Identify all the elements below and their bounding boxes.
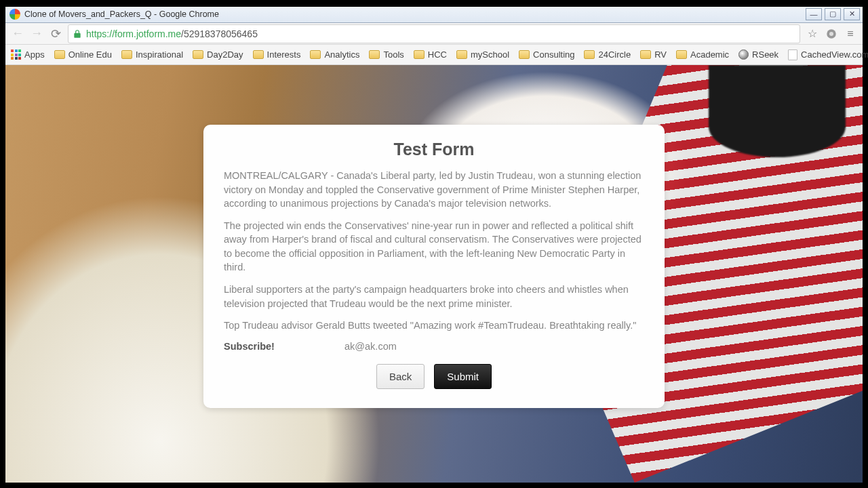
folder-icon — [676, 50, 687, 59]
bookmark-item[interactable]: Online Edu — [54, 49, 112, 60]
bookmark-label: 24Circle — [598, 49, 631, 60]
bookmark-item[interactable]: Inspirational — [121, 49, 183, 60]
bookmark-item[interactable]: Tools — [369, 49, 403, 60]
subscribe-row: Subscribe! ak@ak.com — [224, 341, 644, 352]
folder-icon — [310, 50, 321, 59]
bookmark-item[interactable]: Day2Day — [193, 49, 243, 60]
chrome-menu-icon[interactable]: ≡ — [844, 27, 857, 41]
folder-icon — [54, 50, 65, 59]
bookmark-item[interactable]: 24Circle — [584, 49, 631, 60]
subscribe-value: ak@ak.com — [344, 341, 397, 352]
bookmark-label: Inspirational — [136, 49, 183, 60]
bookmark-label: Day2Day — [207, 49, 243, 60]
browser-toolbar: ← → ⟳ https://form.jotform.me/5291837805… — [5, 23, 863, 45]
bookmark-label: Tools — [383, 49, 403, 60]
bookmarks-bar: Apps Online Edu Inspirational Day2Day In… — [5, 45, 863, 65]
subscribe-label: Subscribe! — [224, 341, 344, 352]
form-paragraph: MONTREAL/CALGARY - Canada's Liberal part… — [224, 169, 644, 211]
bookmark-item[interactable]: CachedView.com — [788, 49, 868, 60]
nav-forward-button[interactable]: → — [30, 27, 43, 41]
bookmark-label: RV — [654, 49, 667, 60]
chrome-favicon — [9, 9, 20, 20]
folder-icon — [253, 50, 264, 59]
form-title: Test Form — [224, 140, 644, 159]
bookmark-label: Online Edu — [68, 49, 112, 60]
apps-button[interactable]: Apps — [11, 49, 45, 60]
form-paragraph: The projected win ends the Conservatives… — [224, 219, 644, 274]
page-icon — [788, 49, 797, 60]
bookmark-item[interactable]: RV — [640, 49, 667, 60]
bookmark-item[interactable]: Interests — [253, 49, 301, 60]
bookmark-label: Interests — [267, 49, 301, 60]
bookmark-item[interactable]: Analytics — [310, 49, 359, 60]
apps-label: Apps — [24, 49, 45, 60]
nav-back-button[interactable]: ← — [11, 27, 24, 41]
bookmark-item[interactable]: RSeek — [738, 49, 778, 60]
folder-icon — [519, 50, 530, 59]
bookmark-item[interactable]: HCC — [414, 49, 447, 60]
bookmark-label: Analytics — [324, 49, 359, 60]
bookmark-label: Academic — [690, 49, 729, 60]
page-content: Test Form MONTREAL/CALGARY - Canada's Li… — [5, 65, 863, 483]
form-paragraph: Top Trudeau advisor Gerald Butts tweeted… — [224, 319, 644, 333]
bookmark-item[interactable]: Consulting — [519, 49, 574, 60]
folder-icon — [584, 50, 595, 59]
form-card: Test Form MONTREAL/CALGARY - Canada's Li… — [203, 125, 665, 408]
folder-icon — [193, 50, 203, 59]
window-minimize-button[interactable]: — — [806, 8, 822, 20]
folder-icon — [369, 50, 380, 59]
bookmark-label: RSeek — [752, 49, 778, 60]
folder-icon — [121, 50, 132, 59]
folder-icon — [414, 50, 425, 59]
lock-icon — [73, 29, 82, 39]
url-text: https://form.jotform.me/52918378056465 — [86, 28, 258, 39]
window-title: Clone of Movers_and_Packers_Q - Google C… — [24, 9, 219, 19]
nav-reload-button[interactable]: ⟳ — [49, 27, 62, 41]
folder-icon — [456, 50, 467, 59]
bookmark-label: Consulting — [533, 49, 574, 60]
form-buttons: Back Submit — [224, 364, 644, 389]
bookmark-item[interactable]: Academic — [676, 49, 729, 60]
bookmark-label: CachedView.com — [801, 49, 868, 60]
window-maximize-button[interactable]: ▢ — [825, 8, 841, 20]
bookmark-item[interactable]: mySchool — [456, 49, 509, 60]
svg-point-1 — [829, 32, 833, 36]
extension-icon[interactable] — [825, 27, 838, 41]
back-button[interactable]: Back — [376, 364, 425, 389]
submit-button[interactable]: Submit — [434, 364, 492, 389]
bookmark-star-icon[interactable]: ☆ — [806, 27, 819, 41]
rseek-icon — [738, 49, 749, 60]
form-paragraph: Liberal supporters at the party's campai… — [224, 283, 644, 310]
bookmark-label: mySchool — [471, 49, 509, 60]
window-titlebar: Clone of Movers_and_Packers_Q - Google C… — [5, 5, 863, 23]
apps-grid-icon — [11, 49, 21, 60]
bookmark-label: HCC — [428, 49, 447, 60]
address-bar[interactable]: https://form.jotform.me/52918378056465 — [68, 24, 800, 43]
window-close-button[interactable]: ✕ — [844, 8, 860, 20]
folder-icon — [640, 50, 651, 59]
